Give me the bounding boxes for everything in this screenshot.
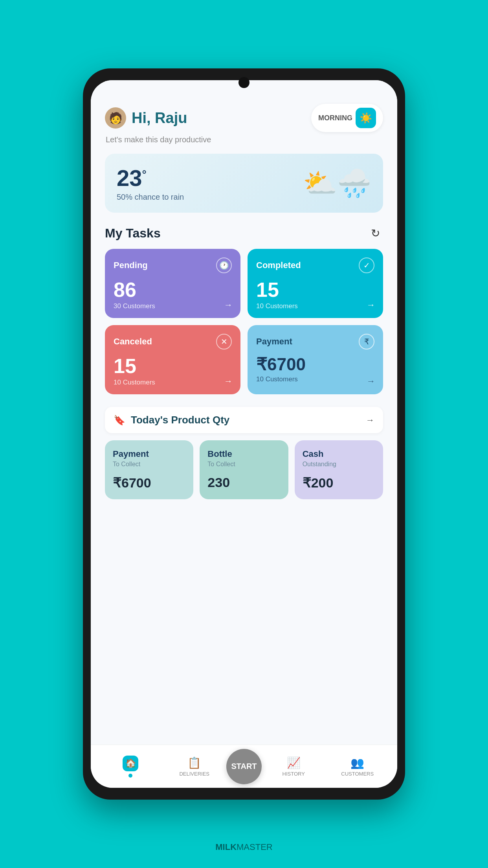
product-section-header[interactable]: 🔖 Today's Product Qty → (105, 407, 383, 433)
task-card-pending[interactable]: Pending 🕐 86 30 Customers → (105, 249, 240, 318)
avatar: 🧑 (105, 107, 126, 129)
task-customers-completed: 10 Customers (256, 302, 374, 310)
product-card-value-bottle: 230 (207, 475, 280, 490)
header-left: 🧑 Hi, Raju (105, 107, 187, 129)
task-number-canceled: 15 (114, 356, 232, 376)
task-label-canceled: Canceled (114, 337, 152, 347)
greeting-text: Hi, Raju (132, 110, 187, 127)
product-card-subtitle-payment: To Collect (113, 461, 185, 468)
task-customers-pending: 30 Customers (114, 302, 232, 310)
weather-temperature: 23° (117, 165, 184, 191)
nav-item-history[interactable]: 📈 HISTORY (262, 756, 326, 777)
task-label-pending: Pending (114, 260, 148, 270)
morning-badge: MORNING ☀️ (311, 104, 383, 132)
task-label-completed: Completed (256, 260, 301, 270)
tasks-grid: Pending 🕐 86 30 Customers → Completed ✓ … (105, 249, 383, 394)
deliveries-icon: 📋 (187, 756, 201, 769)
product-card-value-cash: ₹200 (303, 475, 375, 491)
refresh-button[interactable]: ↻ (367, 225, 383, 241)
task-card-header-pending: Pending 🕐 (114, 257, 232, 273)
brand-footer: MILKMASTER (215, 842, 272, 852)
history-icon: 📈 (287, 756, 301, 769)
payment-icon: ₹ (359, 334, 374, 349)
product-card-cash[interactable]: Cash Outstanding ₹200 (295, 440, 383, 499)
product-card-subtitle-cash: Outstanding (303, 461, 375, 468)
morning-label: MORNING (318, 114, 352, 122)
product-section-title: Today's Product Qty (131, 414, 360, 426)
home-icon: 🏠 (123, 756, 138, 771)
phone-screen: 🧑 Hi, Raju MORNING ☀️ Let's make this da… (91, 80, 397, 788)
task-card-header-completed: Completed ✓ (256, 257, 374, 273)
weather-card: 23° 50% chance to rain ⛅🌧️ (105, 154, 383, 213)
product-card-payment[interactable]: Payment To Collect ₹6700 (105, 440, 193, 499)
screen-content: 🧑 Hi, Raju MORNING ☀️ Let's make this da… (91, 80, 397, 745)
deliveries-label: DELIVERIES (179, 771, 209, 777)
history-label: HISTORY (283, 771, 305, 777)
product-card-bottle[interactable]: Bottle To Collect 230 (200, 440, 288, 499)
task-number-payment: ₹6700 (256, 356, 374, 373)
task-card-completed[interactable]: Completed ✓ 15 10 Customers → (248, 249, 383, 318)
customers-label: CUSTOMERS (341, 771, 374, 777)
tasks-title: My Tasks (105, 226, 161, 241)
task-card-header-canceled: Canceled ✕ (114, 334, 232, 349)
pending-icon: 🕐 (216, 257, 232, 273)
nav-item-customers[interactable]: 👥 CUSTOMERS (326, 756, 390, 777)
task-number-pending: 86 (114, 280, 232, 300)
task-card-header-payment: Payment ₹ (256, 334, 374, 349)
morning-icon: ☀️ (356, 108, 376, 128)
task-arrow-canceled: → (224, 376, 233, 386)
weather-icon: ⛅🌧️ (303, 167, 371, 199)
subtitle-text: Let's make this day productive (106, 135, 383, 144)
task-number-completed: 15 (256, 280, 374, 300)
task-arrow-pending: → (224, 300, 233, 310)
task-customers-canceled: 10 Customers (114, 379, 232, 386)
nav-item-deliveries[interactable]: 📋 DELIVERIES (163, 756, 227, 777)
product-section-arrow: → (366, 415, 374, 425)
start-button[interactable]: START (226, 749, 262, 784)
task-label-payment: Payment (256, 337, 292, 347)
product-card-title-bottle: Bottle (207, 449, 280, 459)
phone-frame: 🧑 Hi, Raju MORNING ☀️ Let's make this da… (83, 68, 405, 800)
tasks-section-header: My Tasks ↻ (105, 225, 383, 241)
task-card-canceled[interactable]: Canceled ✕ 15 10 Customers → (105, 325, 240, 394)
home-active-dot (128, 774, 132, 778)
customers-icon: 👥 (350, 756, 364, 769)
weather-info: 23° 50% chance to rain (117, 165, 184, 202)
product-cards-grid: Payment To Collect ₹6700 Bottle To Colle… (105, 440, 383, 499)
completed-icon: ✓ (359, 257, 374, 273)
nav-item-home[interactable]: 🏠 (99, 756, 163, 778)
task-arrow-payment: → (367, 376, 375, 386)
task-arrow-completed: → (367, 300, 375, 310)
product-card-title-payment: Payment (113, 449, 185, 459)
task-card-payment[interactable]: Payment ₹ ₹6700 10 Customers → (248, 325, 383, 394)
product-card-title-cash: Cash (303, 449, 375, 459)
bookmark-icon: 🔖 (114, 415, 125, 426)
product-card-subtitle-bottle: To Collect (207, 461, 280, 468)
task-customers-payment: 10 Customers (256, 375, 374, 383)
weather-description: 50% chance to rain (117, 193, 184, 202)
bottom-nav: 🏠 📋 DELIVERIES START 📈 HISTORY 👥 CUSTOME… (91, 745, 397, 788)
header: 🧑 Hi, Raju MORNING ☀️ (105, 104, 383, 132)
canceled-icon: ✕ (216, 334, 232, 349)
product-card-value-payment: ₹6700 (113, 475, 185, 491)
phone-notch (238, 77, 250, 88)
product-section: 🔖 Today's Product Qty → Payment To Colle… (105, 407, 383, 499)
